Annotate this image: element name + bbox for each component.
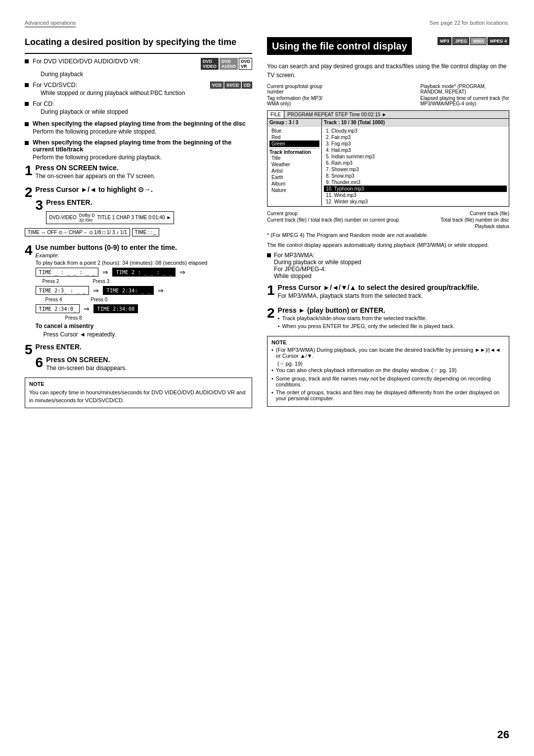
bullet-cd-content: For CD: During playback or while stopped [33,100,128,116]
diagram-file-label: FILE [267,111,284,118]
right-column: Using the file control display MP3 JPEG … [267,37,509,412]
time-row-1: TIME _ : _ _ : _ _ ⇒ TIME 2 : _ _ : _ _ … [36,268,252,277]
dvd-time-input: TIME : : _ [132,228,159,236]
track-12: 12. Winter sky.mp3 [324,198,507,205]
track-11: 11. Wind.mp3 [324,192,507,198]
note-bull-2: • [271,367,273,373]
note-text-left: You can specify time in hours/minutes/se… [29,388,248,405]
title-divider [25,53,252,54]
step-3: 3 Press ENTER. [25,198,252,207]
page-number: 26 [497,728,509,741]
note-pg19-1: (☞ pg. 19) [277,361,505,367]
annot-elapsed-label: Elapsed playing time of current track (f… [420,95,509,106]
dvd-controls-text: TIME ↔ OFF ⊙→ CHAP→ ⊙ 1/8 □ 1/ 3 ♪ 1/1 [28,230,127,235]
note-bull-3: • [271,376,273,381]
badge-vcd: VCD [210,82,223,89]
right-title-row: Using the file control display MP3 JPEG … [267,37,509,59]
perform-text-1: Perform the following procedure while st… [33,128,252,135]
arrow-3: ⇒ [84,305,89,313]
badge-wma: WMA [470,37,487,45]
step-4: 4 Use number buttons (0-9) to enter the … [25,243,252,339]
dvd-title: TITLE 1 CHAP 3 TIME 0:01:40 ► [97,215,172,220]
step-4-content: Use number buttons (0-9) to enter the ti… [36,243,252,339]
footnote-star: * (For MPEG 4) The Program and Random mo… [267,232,509,238]
note-text-4: The order of groups, tracks and files ma… [276,389,505,401]
right-step-2-num: 2 [267,306,275,320]
track-2: 2. Fair.mp3 [324,134,507,141]
step-6: 6 Press ON SCREEN. The on-screen bar dis… [25,356,252,374]
diagram-content-row: Blue Red Green Track Information Title W… [267,127,509,206]
bullet-vcd-content: For VCD/SVCD: VCD SVCD CD While stopped … [33,82,252,97]
diagram-left-groups: Blue Red Green Track Information Title W… [267,127,322,206]
badge-jpeg: JPEG [452,37,469,45]
arrow-1b: ⇒ [179,268,185,276]
track-album: Album [269,181,319,187]
section-header-left: Advanced operations [25,20,76,27]
format-text: For MP3/WMA: During playback or while st… [274,252,361,280]
step-5-num: 5 [25,343,33,357]
left-column: Locating a desired position by specifyin… [25,37,252,412]
sub1-bullet: • [278,315,280,321]
step-1-num: 1 [25,164,33,178]
sub2-bullet: • [278,323,280,329]
diagram-top-annotations-2: Tag information (for MP3/ WMA only) Elap… [267,95,509,106]
diagram-group: Group : 3 / 3 [267,119,322,126]
right-step-2-title: Press ► (play button) or ENTER. [278,306,509,314]
note-box-right: NOTE • (For MP3/WMA) During playback, yo… [267,336,509,407]
page-header: Advanced operations See page 22 for butt… [25,20,509,31]
track-4: 4. Hail.mp3 [324,147,507,153]
annot-tag-info: Tag information (for MP3/ WMA only) [267,95,331,106]
diagram-bottom-annotations: Current group Current track (file) [267,211,509,216]
time-box-1b: TIME 2 : _ _ : _ _ [112,268,176,277]
right-intro-text: You can search and play desired groups a… [267,62,509,80]
time-box-3a: TIME 2:34:0_ [36,304,80,313]
step-5-content: Press ENTER. [36,343,252,352]
track-artist: Artist [269,168,319,174]
bold-bullet-1 [25,122,29,126]
bold-bullet-2 [25,141,29,145]
sub2-text: When you press ENTER for JPEG, only the … [282,323,454,329]
sub1-text: Track playback/slide-show starts from th… [282,315,427,321]
step-6-content: Press ON SCREEN. The on-screen bar disap… [46,356,252,374]
time-labels-2: Press 4 Press 0 [38,297,252,302]
right-step-1: 1 Press Cursor ►/◄/▼/▲ to select the des… [267,284,509,301]
page: Advanced operations See page 22 for butt… [0,0,534,756]
time-box-1a: TIME _ : _ _ : _ _ [36,268,99,277]
step-1: 1 Press ON SCREEN twice. The on-screen b… [25,164,252,182]
format-line2: For JPEG/MPEG-4: [274,266,361,273]
press-3-label: Press 3 [92,279,109,284]
format-bullet [267,253,271,257]
press-8-label: Press 8 [65,315,252,321]
track-10: 10. Typhoon.mp3 [324,186,507,192]
right-step-2-sub2: • When you press ENTER for JPEG, only th… [278,323,509,329]
cancel-sub: Press Cursor ◄ repeatedly. [44,330,252,339]
step-6-title: Press ON SCREEN. [46,356,252,364]
dvd-badge-row: DVDVIDEO DVDAUDIO DVDVR [201,58,252,70]
track-9: 9. Thunder.mn3 [324,179,507,186]
cancel-label: To cancel a misentry [36,323,252,330]
format-mp3-label: For MP3/WMA: [274,252,361,259]
note-title-left: NOTE [29,381,248,387]
bullet-dvd-content: For DVD VIDEO/DVD AUDIO/DVD VR: DVDVIDEO… [33,58,252,79]
annot-tag-label: Tag information (for MP3/ WMA only) [267,95,331,106]
file-control-diagram: FILE PROGRAM REPEAT STEP Time 00:02:15 ►… [267,110,509,207]
track-5: 5. Indian summer.mp3 [324,153,507,160]
step-5-title: Press ENTER. [36,343,252,351]
right-step-2-content: Press ► (play button) or ENTER. • Track … [278,306,509,331]
annot-playback-status: Playback status [267,224,509,229]
bullet-cd-label: For CD: [33,100,54,107]
note-line-1: • (For MP3/WMA) During playback, you can… [271,347,505,359]
annot-playback-label: Playback mode* (PROGRAM, RANDOM, REPEAT) [420,84,509,94]
press-2-label: Press 2 [43,279,59,284]
right-step-1-sub: For MP3/WMA, playback starts from the se… [278,292,509,299]
badge-dvd-vr: DVDVR [239,58,252,70]
badge-dvd-video: DVDVIDEO [201,58,219,70]
example-label: Example: [36,252,252,258]
diagram-track: Track : 10 / 30 (Total 1000) [322,119,509,126]
track-3: 3. Fog.mp3 [324,141,507,147]
group-red: Red [269,134,319,141]
bullet-cd: For CD: During playback or while stopped [25,100,252,116]
annot-group-label: Current group/total group number [267,84,331,94]
time-row-3: TIME 2:34:0_ ⇒ TIME 2:34:08 [36,304,252,313]
bullet-cd-sub: During playback or while stopped [41,107,128,116]
